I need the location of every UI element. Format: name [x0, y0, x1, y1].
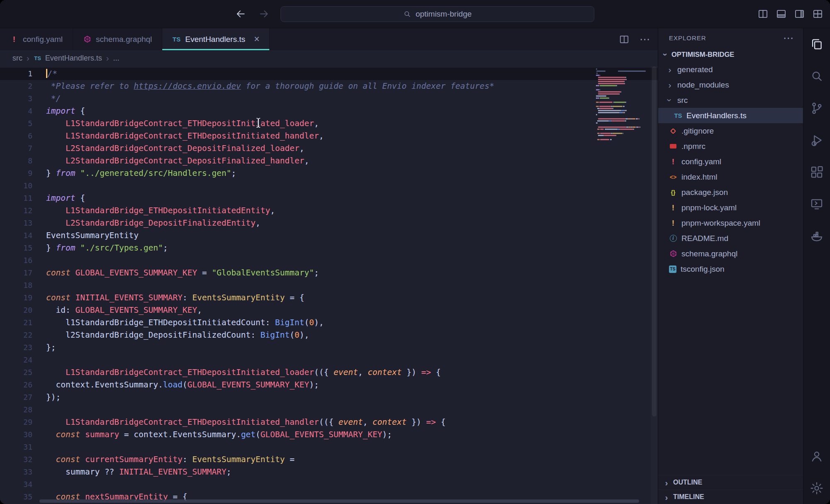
code-line-18[interactable]: 18	[0, 279, 658, 292]
file-pnpm-lock-yaml[interactable]: !pnpm-lock.yaml	[658, 200, 803, 215]
explorer-more-icon[interactable]: ⋯	[783, 33, 794, 43]
breadcrumb-item-eventhandlers-ts[interactable]: TSEventHandlers.ts	[34, 54, 102, 63]
code-line-19[interactable]: 19const INITIAL_EVENTS_SUMMARY: EventsSu…	[0, 292, 658, 304]
tab-schema-graphql[interactable]: schema.graphql	[73, 28, 162, 50]
vertical-scrollbar[interactable]	[651, 66, 658, 504]
vertical-scrollbar-thumb[interactable]	[652, 66, 657, 416]
code-line-30[interactable]: 30 const summary = context.EventsSummary…	[0, 429, 658, 441]
code-line-6[interactable]: 6 L1StandardBridgeContract_ETHDepositIni…	[0, 130, 658, 142]
settings-icon[interactable]	[803, 472, 830, 504]
search-text: optimism-bridge	[415, 10, 471, 19]
code-line-29[interactable]: 29 L1StandardBridgeContract_ETHDepositIn…	[0, 416, 658, 429]
ts-file-icon: TS	[674, 112, 682, 120]
code-line-21[interactable]: 21 l1StandardBridge_ETHDepositInitiatedC…	[0, 317, 658, 329]
code-line-1[interactable]: 1/*	[0, 68, 658, 80]
code-line-28[interactable]: 28	[0, 404, 658, 416]
command-center-search[interactable]: optimism-bridge	[281, 6, 594, 22]
code-line-13[interactable]: 13 L2StandardBridge_DepositFinalizedEnti…	[0, 217, 658, 229]
code-text: L1StandardBridgeContract_ETHDepositIniti…	[46, 366, 441, 379]
toggle-panel-icon[interactable]	[776, 8, 787, 19]
code-line-31[interactable]: 31	[0, 441, 658, 453]
run-debug-icon[interactable]	[803, 124, 830, 156]
workspace-root[interactable]: › OPTIMISM-BRIDGE	[658, 47, 803, 62]
split-editor-icon[interactable]	[619, 34, 630, 45]
files-icon[interactable]	[803, 28, 830, 60]
forward-button[interactable]	[259, 8, 270, 19]
file-eventhandlers-ts[interactable]: TSEventHandlers.ts	[658, 108, 803, 123]
file-package-json[interactable]: {}package.json	[658, 185, 803, 200]
account-icon[interactable]	[803, 440, 830, 472]
code-line-8[interactable]: 8 L2StandardBridgeContract_DepositFinali…	[0, 155, 658, 167]
breadcrumb-item-src[interactable]: src	[12, 54, 22, 63]
folder-node-modules[interactable]: ›node_modules	[658, 77, 803, 93]
folder-src[interactable]: ›src	[658, 93, 803, 108]
tab-eventhandlers-ts[interactable]: TSEventHandlers.ts×	[162, 28, 270, 50]
minimap[interactable]	[596, 68, 650, 141]
folder-generated[interactable]: ›generated	[658, 62, 803, 77]
graphql-file-icon	[669, 250, 677, 258]
layout-controls	[757, 0, 823, 28]
docker-icon[interactable]	[803, 220, 830, 252]
explorer-sidebar: EXPLORER ⋯ › OPTIMISM-BRIDGE ›generated›…	[658, 28, 803, 504]
line-number: 34	[0, 478, 32, 491]
section-timeline[interactable]: › TIMELINE	[658, 489, 803, 504]
code-line-2[interactable]: 2 *Please refer to https://docs.envio.de…	[0, 80, 658, 93]
code-line-17[interactable]: 17const GLOBAL_EVENTS_SUMMARY_KEY = "Glo…	[0, 267, 658, 279]
code-text: L2StandardBridge_DepositFinalizedEntity,	[46, 217, 261, 229]
file-config-yaml[interactable]: !config.yaml	[658, 154, 803, 169]
horizontal-scrollbar-thumb[interactable]	[39, 499, 639, 503]
code-line-10[interactable]: 10	[0, 180, 658, 192]
json-file-icon: {}	[669, 188, 677, 197]
code-line-23[interactable]: 23};	[0, 341, 658, 354]
code-line-27[interactable]: 27});	[0, 391, 658, 404]
history-nav	[235, 0, 270, 28]
section-outline[interactable]: › OUTLINE	[658, 475, 803, 489]
code-line-7[interactable]: 7 L2StandardBridgeContract_DepositFinali…	[0, 142, 658, 155]
more-actions-icon[interactable]: ⋯	[640, 34, 650, 44]
split-editor-icon[interactable]	[757, 8, 769, 19]
code-line-24[interactable]: 24	[0, 354, 658, 366]
file-label: README.md	[681, 234, 728, 243]
code-line-33[interactable]: 33 summary ?? INITIAL_EVENTS_SUMMARY;	[0, 466, 658, 478]
code-text: import {	[46, 105, 85, 117]
file-tsconfig-json[interactable]: TStsconfig.json	[658, 261, 803, 277]
code-line-22[interactable]: 22 l2StandardBridge_DepositFinalizedCoun…	[0, 329, 658, 341]
extensions-icon[interactable]	[803, 156, 830, 188]
code-line-32[interactable]: 32 const currentSummaryEntity: EventsSum…	[0, 453, 658, 466]
code-line-34[interactable]: 34	[0, 478, 658, 491]
back-button[interactable]	[235, 8, 246, 19]
breadcrumb-item-[interactable]: ...	[113, 54, 119, 63]
tab-config-yaml[interactable]: !config.yaml	[0, 28, 73, 50]
breadcrumb-separator: ›	[106, 54, 109, 63]
activity-bottom	[803, 440, 830, 504]
code-line-11[interactable]: 11import {	[0, 192, 658, 205]
code-text: const GLOBAL_EVENTS_SUMMARY_KEY = "Globa…	[46, 267, 319, 279]
code-line-16[interactable]: 16	[0, 254, 658, 267]
file-label: index.html	[681, 173, 718, 182]
source-control-icon[interactable]	[803, 92, 830, 124]
code-line-26[interactable]: 26 context.EventsSummary.load(GLOBAL_EVE…	[0, 379, 658, 391]
file-index-html[interactable]: <>index.html	[658, 169, 803, 185]
file-pnpm-workspace-yaml[interactable]: !pnpm-workspace.yaml	[658, 215, 803, 231]
file-npmrc[interactable]: .npmrc	[658, 139, 803, 154]
file-gitignore[interactable]: .gitignore	[658, 123, 803, 139]
line-number: 5	[0, 117, 32, 130]
toggle-secondary-sidebar-icon[interactable]	[794, 8, 805, 19]
code-line-25[interactable]: 25 L1StandardBridgeContract_ETHDepositIn…	[0, 366, 658, 379]
code-line-12[interactable]: 12 L1StandardBridge_ETHDepositInitiatedE…	[0, 205, 658, 217]
code-line-4[interactable]: 4import {	[0, 105, 658, 117]
code-line-5[interactable]: 5 L1StandardBridgeContract_ETHDepositIni…	[0, 117, 658, 130]
code-line-20[interactable]: 20 id: GLOBAL_EVENTS_SUMMARY_KEY,	[0, 304, 658, 317]
file-schema-graphql[interactable]: schema.graphql	[658, 246, 803, 261]
search-icon[interactable]	[803, 60, 830, 92]
close-tab-icon[interactable]: ×	[254, 34, 259, 44]
file-readme-md[interactable]: iREADME.md	[658, 231, 803, 246]
code-line-3[interactable]: 3 */	[0, 93, 658, 105]
code-editor[interactable]: 1/*2 *Please refer to https://docs.envio…	[0, 66, 658, 504]
minimap-content	[596, 68, 650, 140]
customize-layout-icon[interactable]	[812, 8, 823, 19]
remote-explorer-icon[interactable]	[803, 188, 830, 220]
code-line-9[interactable]: 9} from "../generated/src/Handlers.gen";	[0, 167, 658, 180]
code-line-15[interactable]: 15} from "./src/Types.gen";	[0, 242, 658, 254]
code-line-14[interactable]: 14EventsSummaryEntity	[0, 229, 658, 242]
